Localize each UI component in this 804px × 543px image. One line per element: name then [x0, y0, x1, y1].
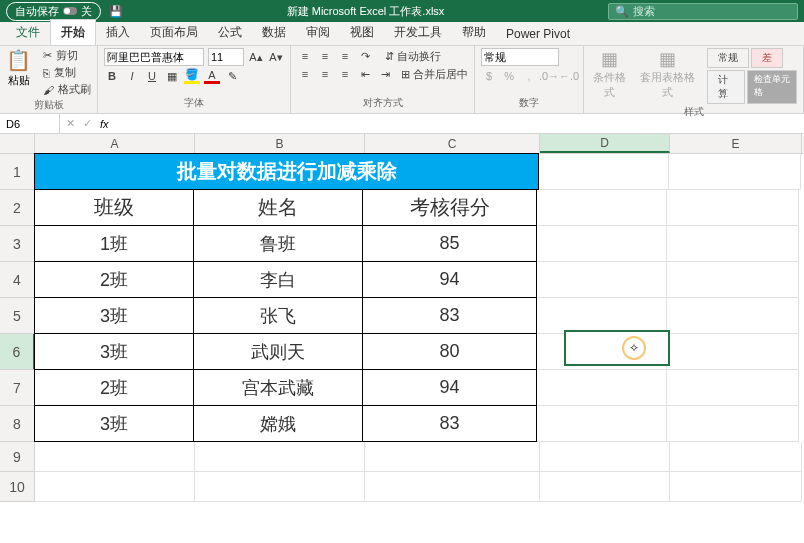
- col-header-b[interactable]: B: [195, 134, 365, 153]
- align-left-icon[interactable]: ≡: [297, 66, 313, 82]
- increase-decimal-icon[interactable]: .0→: [541, 68, 557, 84]
- decrease-decimal-icon[interactable]: ←.0: [561, 68, 577, 84]
- cell-d10[interactable]: [540, 472, 670, 502]
- cell-d3[interactable]: [537, 226, 667, 262]
- cell-d7[interactable]: [537, 370, 667, 406]
- grid-area[interactable]: A B C D E 1 批量对数据进行加减乘除 2 班级 姓名 考核得分 3 1…: [0, 134, 804, 543]
- row-header-4[interactable]: 4: [0, 262, 35, 298]
- cell-b7[interactable]: 宫本武藏: [193, 369, 363, 406]
- row-header-3[interactable]: 3: [0, 226, 35, 262]
- cell-c6[interactable]: 80: [362, 333, 537, 370]
- tab-help[interactable]: 帮助: [452, 20, 496, 45]
- underline-icon[interactable]: U: [144, 68, 160, 84]
- border-icon[interactable]: ▦: [164, 68, 180, 84]
- cell-c3[interactable]: 85: [362, 225, 537, 262]
- italic-icon[interactable]: I: [124, 68, 140, 84]
- cell-d6[interactable]: [537, 334, 667, 370]
- tab-review[interactable]: 审阅: [296, 20, 340, 45]
- tab-formulas[interactable]: 公式: [208, 20, 252, 45]
- row-header-6[interactable]: 6: [0, 334, 35, 370]
- fill-color-icon[interactable]: 🪣: [184, 68, 200, 84]
- cell-b10[interactable]: [195, 472, 365, 502]
- tab-data[interactable]: 数据: [252, 20, 296, 45]
- style-bad[interactable]: 差: [751, 48, 783, 68]
- increase-font-icon[interactable]: A▴: [248, 49, 264, 65]
- cell-b4[interactable]: 李白: [193, 261, 363, 298]
- tab-view[interactable]: 视图: [340, 20, 384, 45]
- col-header-a[interactable]: A: [35, 134, 195, 153]
- cell-b3[interactable]: 鲁班: [193, 225, 363, 262]
- cell-a10[interactable]: [35, 472, 195, 502]
- cell-a8[interactable]: 3班: [34, 405, 194, 442]
- select-all-corner[interactable]: [0, 134, 35, 153]
- cell-e1[interactable]: [669, 154, 801, 190]
- cell-c4[interactable]: 94: [362, 261, 537, 298]
- decrease-font-icon[interactable]: A▾: [268, 49, 284, 65]
- phonetic-icon[interactable]: ✎: [224, 68, 240, 84]
- cell-e3[interactable]: [667, 226, 799, 262]
- style-check[interactable]: 检查单元格: [747, 70, 797, 104]
- font-name-select[interactable]: [104, 48, 204, 66]
- bold-icon[interactable]: B: [104, 68, 120, 84]
- indent-dec-icon[interactable]: ⇤: [357, 66, 373, 82]
- comma-icon[interactable]: ,: [521, 68, 537, 84]
- row-header-1[interactable]: 1: [0, 154, 35, 190]
- copy-button[interactable]: ⎘复制: [43, 65, 91, 80]
- font-size-select[interactable]: [208, 48, 244, 66]
- tab-insert[interactable]: 插入: [96, 20, 140, 45]
- cell-d1[interactable]: [539, 154, 669, 190]
- cell-e7[interactable]: [667, 370, 799, 406]
- wrap-text-button[interactable]: ⇵ 自动换行: [385, 49, 441, 64]
- merge-center-button[interactable]: ⊞ 合并后居中: [401, 67, 468, 82]
- row-header-2[interactable]: 2: [0, 190, 35, 226]
- cell-c5[interactable]: 83: [362, 297, 537, 334]
- cell-d5[interactable]: [537, 298, 667, 334]
- cell-c8[interactable]: 83: [362, 405, 537, 442]
- autosave-toggle[interactable]: 自动保存 关: [6, 2, 101, 21]
- orientation-icon[interactable]: ↷: [357, 48, 373, 64]
- header-class[interactable]: 班级: [34, 189, 194, 226]
- currency-icon[interactable]: $: [481, 68, 497, 84]
- percent-icon[interactable]: %: [501, 68, 517, 84]
- table-title-cell[interactable]: 批量对数据进行加减乘除: [34, 153, 539, 190]
- row-header-10[interactable]: 10: [0, 472, 35, 502]
- tab-file[interactable]: 文件: [6, 20, 50, 45]
- tab-dev[interactable]: 开发工具: [384, 20, 452, 45]
- col-header-d[interactable]: D: [540, 134, 670, 153]
- cell-e6[interactable]: [667, 334, 799, 370]
- cell-b6[interactable]: 武则天: [193, 333, 363, 370]
- row-header-7[interactable]: 7: [0, 370, 35, 406]
- tab-powerpivot[interactable]: Power Pivot: [496, 23, 580, 45]
- cell-e10[interactable]: [670, 472, 802, 502]
- cell-a3[interactable]: 1班: [34, 225, 194, 262]
- cond-format-icon[interactable]: ▦: [590, 48, 629, 70]
- align-top-icon[interactable]: ≡: [297, 48, 313, 64]
- tab-home[interactable]: 开始: [50, 19, 96, 45]
- cell-a5[interactable]: 3班: [34, 297, 194, 334]
- cell-c10[interactable]: [365, 472, 540, 502]
- paste-button[interactable]: 粘贴: [8, 73, 30, 88]
- font-color-icon[interactable]: A: [204, 68, 220, 84]
- cell-e9[interactable]: [670, 442, 802, 472]
- cell-d2[interactable]: [537, 190, 667, 226]
- header-name[interactable]: 姓名: [193, 189, 363, 226]
- cancel-icon[interactable]: ✕: [66, 117, 75, 130]
- cell-d8[interactable]: [537, 406, 667, 442]
- style-calc[interactable]: 计算: [707, 70, 745, 104]
- cell-c7[interactable]: 94: [362, 369, 537, 406]
- align-middle-icon[interactable]: ≡: [317, 48, 333, 64]
- tab-layout[interactable]: 页面布局: [140, 20, 208, 45]
- row-header-9[interactable]: 9: [0, 442, 35, 472]
- row-header-5[interactable]: 5: [0, 298, 35, 334]
- indent-inc-icon[interactable]: ⇥: [377, 66, 393, 82]
- cell-a7[interactable]: 2班: [34, 369, 194, 406]
- row-header-8[interactable]: 8: [0, 406, 35, 442]
- cell-d4[interactable]: [537, 262, 667, 298]
- style-general[interactable]: 常规: [707, 48, 749, 68]
- cell-a6[interactable]: 3班: [34, 333, 194, 370]
- save-icon[interactable]: 💾: [109, 5, 123, 18]
- format-painter-button[interactable]: 🖌格式刷: [43, 82, 91, 97]
- table-format-icon[interactable]: ▦: [639, 48, 697, 70]
- align-right-icon[interactable]: ≡: [337, 66, 353, 82]
- align-center-icon[interactable]: ≡: [317, 66, 333, 82]
